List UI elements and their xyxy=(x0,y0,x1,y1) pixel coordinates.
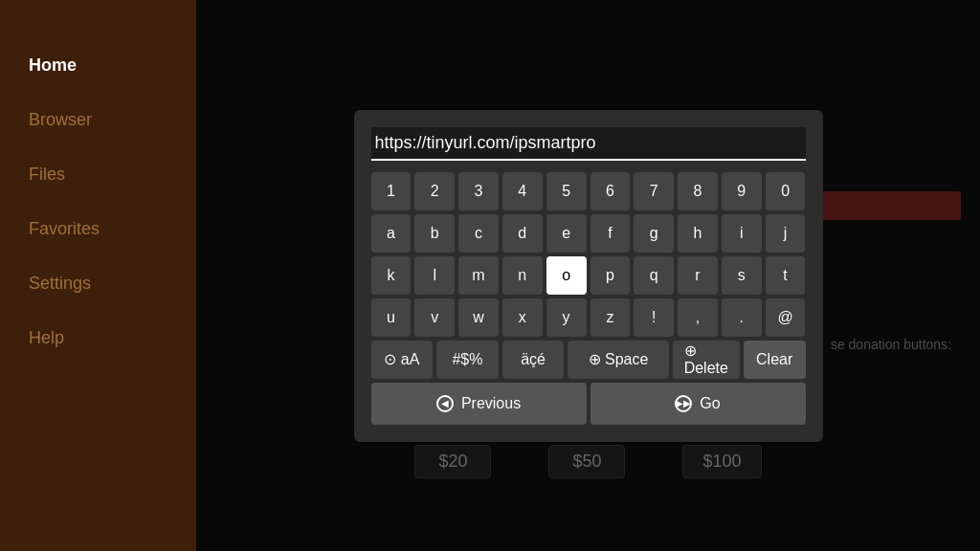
key-k[interactable]: k xyxy=(371,256,412,295)
key-caps[interactable]: ⊙ aA xyxy=(371,341,434,379)
number-row: 1 2 3 4 5 6 7 8 9 0 xyxy=(371,172,806,210)
key-z[interactable]: z xyxy=(590,298,631,337)
key-v[interactable]: v xyxy=(414,298,455,337)
key-3[interactable]: 3 xyxy=(458,172,499,210)
letter-row-1: a b c d e f g h i j xyxy=(371,214,806,253)
key-clear[interactable]: Clear xyxy=(744,341,806,379)
key-9[interactable]: 9 xyxy=(722,172,762,210)
key-m[interactable]: m xyxy=(458,256,499,295)
key-f[interactable]: f xyxy=(590,214,631,253)
key-j[interactable]: j xyxy=(766,214,806,253)
keyboard-overlay: 1 2 3 4 5 6 7 8 9 0 a b c d e xyxy=(196,0,980,551)
key-w[interactable]: w xyxy=(458,298,499,337)
special-row: ⊙ aA #$% äçé ⊕ Space ⊕ Delete Clear xyxy=(371,341,806,379)
previous-label: Previous xyxy=(461,395,521,412)
key-0[interactable]: 0 xyxy=(766,172,806,210)
letter-row-3: u v w x y z ! , . @ xyxy=(371,298,806,337)
key-y[interactable]: y xyxy=(546,298,587,337)
key-8[interactable]: 8 xyxy=(678,172,718,210)
key-x[interactable]: x xyxy=(502,298,543,337)
key-o[interactable]: o xyxy=(546,256,587,295)
url-input[interactable] xyxy=(371,127,806,161)
key-c[interactable]: c xyxy=(458,214,499,253)
sidebar-item-favorites[interactable]: Favorites xyxy=(0,202,196,256)
key-b[interactable]: b xyxy=(414,214,455,253)
sidebar: Home Browser Files Favorites Settings He… xyxy=(0,0,196,551)
bottom-buttons: ◀ Previous ▶▶ Go xyxy=(371,383,806,425)
sidebar-item-settings[interactable]: Settings xyxy=(0,256,196,311)
key-d[interactable]: d xyxy=(502,214,543,253)
key-n[interactable]: n xyxy=(502,256,543,295)
key-q[interactable]: q xyxy=(634,256,674,295)
key-space[interactable]: ⊕ Space xyxy=(568,341,668,379)
key-t[interactable]: t xyxy=(766,256,806,295)
keyboard: 1 2 3 4 5 6 7 8 9 0 a b c d e xyxy=(371,172,806,379)
url-input-container xyxy=(371,127,806,161)
key-at[interactable]: @ xyxy=(766,298,806,337)
sidebar-item-home[interactable]: Home xyxy=(0,38,196,93)
key-a[interactable]: a xyxy=(371,214,412,253)
letter-row-2: k l m n o p q r s t xyxy=(371,256,806,295)
key-6[interactable]: 6 xyxy=(590,172,631,210)
keyboard-dialog: 1 2 3 4 5 6 7 8 9 0 a b c d e xyxy=(354,110,823,442)
sidebar-item-browser[interactable]: Browser xyxy=(0,93,196,147)
key-symbols[interactable]: #$% xyxy=(436,341,499,379)
key-e[interactable]: e xyxy=(546,214,587,253)
key-g[interactable]: g xyxy=(634,214,674,253)
previous-button[interactable]: ◀ Previous xyxy=(371,383,587,425)
key-accents[interactable]: äçé xyxy=(502,341,565,379)
key-s[interactable]: s xyxy=(722,256,762,295)
main-content: se donation buttons: Press and hold ● to… xyxy=(196,0,980,551)
go-icon: ▶▶ xyxy=(675,395,692,412)
go-button[interactable]: ▶▶ Go xyxy=(590,383,806,425)
key-7[interactable]: 7 xyxy=(634,172,674,210)
key-4[interactable]: 4 xyxy=(502,172,543,210)
key-period[interactable]: . xyxy=(722,298,762,337)
key-comma[interactable]: , xyxy=(678,298,718,337)
key-h[interactable]: h xyxy=(678,214,718,253)
key-i[interactable]: i xyxy=(722,214,762,253)
sidebar-item-help[interactable]: Help xyxy=(0,311,196,365)
key-u[interactable]: u xyxy=(371,298,412,337)
key-delete[interactable]: ⊕ Delete xyxy=(673,341,740,379)
previous-icon: ◀ xyxy=(436,395,454,412)
key-1[interactable]: 1 xyxy=(371,172,412,210)
key-5[interactable]: 5 xyxy=(546,172,587,210)
key-exclaim[interactable]: ! xyxy=(634,298,674,337)
sidebar-item-files[interactable]: Files xyxy=(0,147,196,202)
key-r[interactable]: r xyxy=(678,256,718,295)
key-p[interactable]: p xyxy=(590,256,631,295)
go-label: Go xyxy=(700,395,720,412)
key-l[interactable]: l xyxy=(414,256,455,295)
key-2[interactable]: 2 xyxy=(414,172,455,210)
